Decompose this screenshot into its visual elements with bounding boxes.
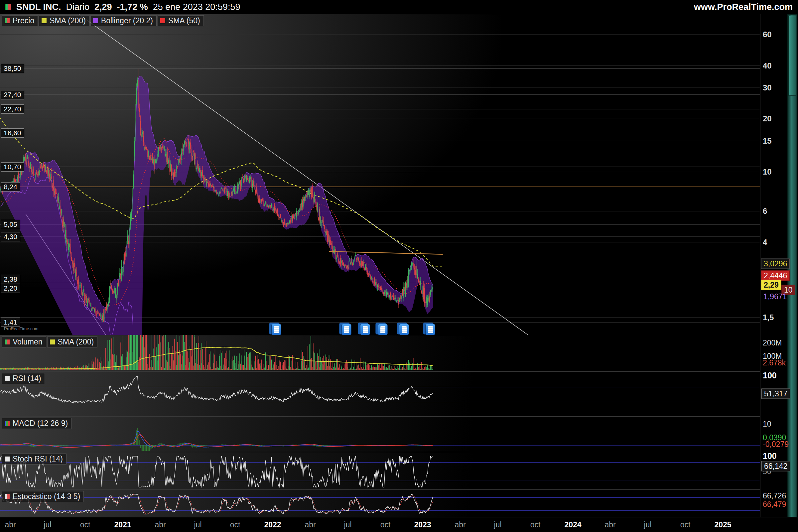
- time-axis-label: jul: [344, 520, 352, 529]
- price-axis-tick: 15: [763, 136, 772, 146]
- time-axis-label: 2025: [714, 520, 731, 529]
- rsi-top-label: 100: [763, 371, 777, 380]
- top-bar: SNDL INC. Diario 2,29 -1,72 % 25 ene 202…: [0, 0, 798, 14]
- time-axis-label: abr: [455, 520, 466, 529]
- price-level-label[interactable]: 5,05: [1, 220, 20, 229]
- report-doc-icon[interactable]: [341, 324, 352, 335]
- stoch-d-label: 66,479: [763, 500, 786, 509]
- doc-icon-page: [274, 326, 279, 333]
- doc-icon-front: [271, 324, 281, 335]
- time-axis-label: abr: [305, 520, 316, 529]
- price-level-label[interactable]: 8,24: [1, 182, 20, 191]
- time-axis-label: oct: [530, 520, 540, 529]
- price-axis-tick: 20: [763, 114, 772, 124]
- time-axis-label: oct: [680, 520, 690, 529]
- price-axis-tick: 1,5: [763, 313, 774, 322]
- instrument-info: SNDL INC. Diario 2,29 -1,72 % 25 ene 202…: [5, 2, 240, 12]
- timeframe-label: Diario: [66, 2, 90, 12]
- time-axis-label: 2022: [264, 520, 281, 529]
- time-axis-label: abr: [155, 520, 166, 529]
- macd-top-label: 10: [763, 420, 772, 429]
- axis-badge-sma50: 2,4446: [761, 271, 790, 281]
- time-axis-label: oct: [230, 520, 241, 529]
- axis-badge-sma200: 3,0296: [761, 259, 790, 269]
- price-axis-tick: 6: [763, 207, 767, 216]
- doc-icon-page: [380, 326, 385, 333]
- price-level-label[interactable]: 10,70: [1, 162, 24, 172]
- stochrsi-top-label: 100: [763, 451, 777, 461]
- doc-icon-front: [399, 324, 409, 335]
- price-level-label[interactable]: 2,38: [1, 274, 20, 284]
- time-axis-label: jul: [644, 520, 651, 529]
- price-level-label[interactable]: 38,50: [1, 64, 24, 73]
- doc-icon-front: [378, 324, 388, 335]
- price-level-label[interactable]: 1,41: [1, 318, 20, 327]
- time-axis-label: jul: [194, 520, 202, 529]
- doc-icon-page: [402, 326, 407, 333]
- price-level-label[interactable]: 2,20: [1, 284, 20, 293]
- change-percent: -1,72 %: [117, 2, 148, 12]
- instrument-name: SNDL INC.: [16, 2, 61, 12]
- doc-icon-page: [363, 326, 368, 333]
- time-axis-label: oct: [380, 520, 391, 529]
- stochrsi-current-label: 66,142: [761, 461, 790, 472]
- stoch-k-label: 66,726: [763, 491, 786, 500]
- doc-icon-front: [360, 324, 370, 335]
- doc-icon-page: [344, 326, 349, 333]
- price-level-label[interactable]: 16,60: [1, 128, 24, 138]
- report-doc-icon[interactable]: [425, 324, 435, 335]
- time-axis-label: 2023: [414, 520, 431, 529]
- axis-badge-bollinger: 1,9671: [761, 292, 789, 302]
- price-axis-tick: 40: [763, 61, 772, 71]
- prorealtime-link[interactable]: www.ProRealTime.com: [694, 2, 793, 12]
- volume-current-label: 2.678k: [763, 358, 786, 367]
- time-axis-label: oct: [80, 520, 91, 529]
- doc-icon-front: [425, 324, 435, 335]
- rsi-current-label: 51,317: [761, 389, 790, 399]
- time-axis-label: abr: [5, 520, 16, 529]
- time-axis-label: 2024: [564, 520, 581, 529]
- report-doc-icon[interactable]: [360, 324, 370, 335]
- price-level-label[interactable]: 27,40: [1, 90, 24, 99]
- last-update-time: 25 ene 2023 20:59:59: [153, 2, 241, 12]
- price-level-label[interactable]: 4,30: [1, 232, 20, 241]
- time-axis-label: 2021: [114, 520, 131, 529]
- axis-badge-price: 2,29: [761, 280, 781, 290]
- price-axis-tick: 4: [763, 238, 767, 247]
- doc-icon-page: [428, 326, 433, 333]
- price-axis-tick: 30: [763, 83, 772, 92]
- price-axis-tick: 10: [763, 167, 772, 176]
- axis-overlay: 38,5027,4022,7016,6010,708,245,054,302,3…: [0, 0, 798, 532]
- instrument-icon: [5, 4, 11, 10]
- price-level-label[interactable]: 22,70: [1, 104, 24, 114]
- report-doc-icon[interactable]: [271, 324, 281, 335]
- report-doc-icon[interactable]: [399, 324, 409, 335]
- doc-icon-front: [341, 324, 352, 335]
- time-axis-label: jul: [43, 520, 51, 529]
- price-axis-tick: 60: [763, 30, 772, 39]
- report-doc-icon[interactable]: [378, 324, 388, 335]
- macd-signal-label: -0,0279: [763, 440, 789, 449]
- volume-axis-tick: 200M: [763, 339, 782, 347]
- time-axis-label: jul: [494, 520, 501, 529]
- time-axis-label: abr: [605, 520, 615, 529]
- last-price: 2,29: [94, 2, 112, 12]
